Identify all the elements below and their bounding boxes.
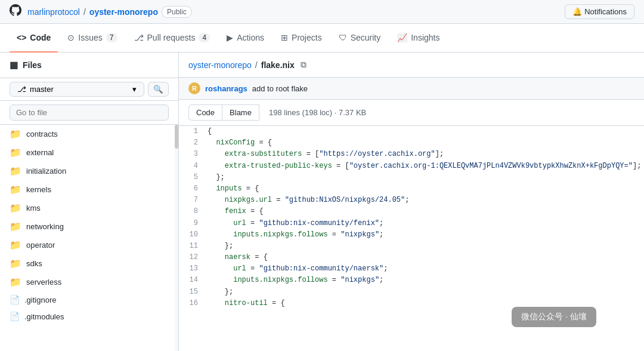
line-number: 15 — [179, 287, 208, 298]
line-number: 1 — [179, 126, 208, 137]
tab-issues[interactable]: ⊙ Issues 7 — [60, 24, 124, 53]
commit-user[interactable]: roshanrags — [205, 84, 247, 93]
folder-icon: 📁 — [10, 202, 21, 214]
code-line: 5 }; — [179, 172, 644, 183]
line-code: nixpkgs.url = "github:NixOS/nixpkgs/24.0… — [208, 195, 644, 206]
branch-label: master — [30, 85, 54, 94]
sidebar-header: ▦ Files — [0, 53, 178, 78]
file-tree: 📁 contracts 📁 external 📁 initialization … — [0, 125, 178, 351]
code-meta: 198 lines (198 loc) · 7.37 KB — [269, 108, 366, 117]
breadcrumb-file: flake.nix — [261, 60, 295, 70]
code-line: 10 inputs.nixpkgs.follows = "nixpkgs"; — [179, 229, 644, 241]
issues-label: Issues — [78, 33, 102, 42]
sidebar-title: ▦ Files — [10, 60, 42, 70]
code-line: 12 naersk = { — [179, 252, 644, 263]
search-icon: 🔍 — [153, 85, 163, 94]
actions-label: Actions — [237, 33, 264, 42]
line-code: url = "github:nix-community/fenix"; — [208, 218, 644, 229]
line-code: fenix = { — [208, 206, 644, 217]
repo-name[interactable]: oyster-monorepo — [89, 7, 158, 17]
line-number: 11 — [179, 241, 208, 252]
folder-icon: 📁 — [10, 165, 21, 177]
blame-tab-button[interactable]: Blame — [222, 104, 259, 121]
code-tab-button[interactable]: Code — [188, 104, 222, 121]
code-tab-label: Code — [30, 33, 51, 42]
folder-name: contracts — [26, 130, 58, 138]
folder-icon: 📁 — [10, 221, 21, 232]
list-item[interactable]: 📁 serverless — [0, 273, 178, 291]
tab-pullrequests[interactable]: ⎇ Pull requests 4 — [127, 24, 218, 53]
commit-message: add to root flake — [252, 84, 308, 93]
pullrequest-icon: ⎇ — [134, 33, 144, 42]
tab-actions[interactable]: ▶ Actions — [219, 24, 271, 53]
list-item[interactable]: 📁 kms — [0, 199, 178, 217]
goto-file-input[interactable] — [10, 104, 169, 121]
folder-icon: 📁 — [10, 147, 21, 158]
list-item[interactable]: 📁 sdks — [0, 254, 178, 273]
tab-insights[interactable]: 📈 Insights — [390, 24, 447, 53]
line-number: 13 — [179, 263, 208, 275]
line-code: }; — [208, 287, 644, 298]
line-number: 7 — [179, 195, 208, 206]
line-code: url = "github:nix-community/naersk"; — [208, 263, 644, 275]
code-line: 14 inputs.nixpkgs.follows = "nixpkgs"; — [179, 275, 644, 286]
folder-name: kms — [26, 204, 41, 213]
code-line: 8 fenix = { — [179, 206, 644, 217]
code-line: 3 extra-substituters = ["https://oyster.… — [179, 149, 644, 160]
files-label: Files — [23, 60, 42, 70]
line-number: 16 — [179, 298, 208, 309]
scrollbar-track[interactable] — [175, 125, 178, 351]
tab-security[interactable]: 🛡 Security — [332, 24, 388, 53]
github-icon — [10, 4, 21, 19]
list-item[interactable]: 📄 .gitignore — [0, 291, 178, 308]
line-number: 8 — [179, 206, 208, 217]
folder-icon: 📁 — [10, 128, 21, 140]
file-name: .gitmodules — [24, 312, 64, 321]
copy-icon[interactable]: ⧉ — [301, 60, 306, 70]
line-code: nitro-util = { — [208, 298, 644, 309]
list-item[interactable]: 📁 contracts — [0, 125, 178, 143]
branch-button[interactable]: ⎇ master ▾ — [10, 82, 144, 97]
list-item[interactable]: 📁 kernels — [0, 180, 178, 199]
commit-bar: R roshanrags add to root flake — [179, 78, 644, 100]
folder-name: networking — [26, 222, 64, 231]
tab-projects[interactable]: ⊞ Projects — [274, 24, 329, 53]
code-line: 2 nixConfig = { — [179, 137, 644, 149]
folder-icon: 📁 — [10, 184, 21, 195]
file-icon: 📄 — [10, 312, 20, 321]
line-number: 10 — [179, 229, 208, 241]
tab-code[interactable]: <> Code — [10, 24, 58, 53]
search-button[interactable]: 🔍 — [148, 82, 169, 97]
list-item[interactable]: 📁 external — [0, 143, 178, 162]
scrollbar-thumb[interactable] — [175, 125, 178, 149]
avatar: R — [188, 82, 200, 94]
list-item[interactable]: 📁 networking — [0, 217, 178, 236]
branch-selector: ⎇ master ▾ 🔍 — [0, 78, 178, 101]
avatar-initials: R — [192, 85, 197, 92]
breadcrumb: oyster-monorepo / flake.nix ⧉ — [179, 53, 644, 78]
line-number: 9 — [179, 218, 208, 229]
repo-sep: / — [83, 7, 86, 17]
line-code: { — [208, 126, 644, 137]
repo-owner[interactable]: marlinprotocol — [27, 7, 80, 17]
code-line: 1 { — [179, 126, 644, 137]
notifications-button[interactable]: 🔔 Notifications — [565, 4, 634, 19]
breadcrumb-repo-link[interactable]: oyster-monorepo — [188, 60, 252, 70]
projects-label: Projects — [292, 33, 322, 42]
code-toolbar: Code Blame 198 lines (198 loc) · 7.37 KB — [179, 100, 644, 126]
list-item[interactable]: 📄 .gitmodules — [0, 308, 178, 325]
line-code: extra-trusted-public-keys = ["oyster.cac… — [208, 161, 644, 172]
list-item[interactable]: 📁 initialization — [0, 162, 178, 180]
line-number: 14 — [179, 275, 208, 286]
list-item[interactable]: 📁 operator — [0, 236, 178, 254]
projects-icon: ⊞ — [281, 33, 288, 42]
file-name: .gitignore — [24, 295, 56, 304]
folder-name: kernels — [26, 185, 51, 194]
code-content[interactable]: 1 { 2 nixConfig = { 3 extra-substituters… — [179, 126, 644, 351]
line-code: inputs = { — [208, 183, 644, 195]
content-area: oyster-monorepo / flake.nix ⧉ R roshanra… — [179, 53, 644, 351]
chevron-down-icon: ▾ — [132, 85, 137, 94]
line-number: 4 — [179, 161, 208, 172]
files-icon: ▦ — [10, 60, 18, 70]
bell-icon: 🔔 — [572, 7, 582, 16]
